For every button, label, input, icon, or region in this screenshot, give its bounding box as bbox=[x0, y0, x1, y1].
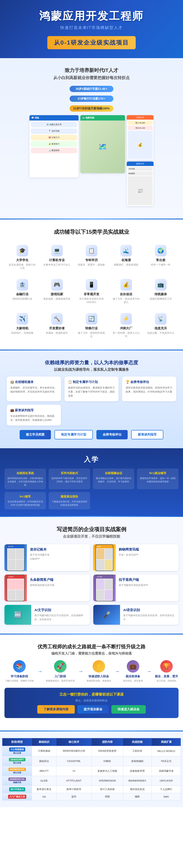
teacher-heading2: 以就业实战为课程导向，落实私人定制专属服务 bbox=[7, 367, 176, 372]
category-item-11: ✈️ 大龄转机 30岁转行，没有经验 bbox=[7, 310, 38, 341]
cta-btn-1[interactable]: 了解更多课程内容 bbox=[37, 705, 75, 714]
curriculum-cell-2-1: 基础语法 bbox=[32, 756, 56, 766]
curriculum-row-label-6: 入门广就业工具 bbox=[2, 793, 32, 800]
growth-step-1: 📚 学习准备阶段 了解行业现状，明确学习目标 bbox=[5, 660, 34, 682]
tag-design: 设计开发合力 bbox=[9, 787, 25, 792]
enrollment-section: 入学 在线招生系统 提供系统的招生流程，从咨询到报名全程服务，为学员提供便捷的入… bbox=[0, 448, 183, 516]
teacher-card-title-2: 📋 制定专属学习计划 bbox=[68, 380, 115, 384]
curriculum-row-1: 小心初级路线初心出发 计算机基础 WINDOWS操作介绍 IDEA的安装使用 工… bbox=[2, 746, 181, 756]
inner-cta-text1: 立志一顿打捞你的，是哪着前述以下课谋 bbox=[9, 692, 174, 697]
enrollment-item-6: 随意就业报告 了解就业市场行情，为学员提供及时的就业信息和报告 bbox=[49, 492, 90, 509]
category-item-6: 🏦 金融行业 想转到互联网行业 bbox=[7, 276, 38, 307]
growth-icon-3: ⚡ bbox=[93, 660, 105, 673]
hero-banner-text: 从0-1研发企业级实战项目 bbox=[54, 39, 129, 46]
project-desc-1: 基于华为鸿蒙开发记账APP bbox=[30, 553, 86, 561]
curriculum-cell-3-5: 高级鸿蒙开发 bbox=[152, 766, 181, 776]
curriculum-row-3: HARMONYOS初心出发 ABILITY UI 多媒体与人工智能 设备能效管理… bbox=[2, 766, 181, 776]
hero-subtitle: 快速打造未来IT市场稀缺型人才 bbox=[4, 25, 179, 30]
category-name-7: 游戏玩家 bbox=[43, 292, 71, 296]
salary-tag-2: 27岁银行行业薪17K+ bbox=[70, 96, 113, 102]
cta-btn-2[interactable]: 提升涨加薪金 bbox=[77, 705, 109, 714]
project-card-1: 迷你记账 迷你记账本 基于华为鸿蒙开发记账APP bbox=[4, 544, 90, 571]
categories-section: 成功辅导以下15类学员实战就业 🎓 大学学生 还没走进职场、想找个好工作 💻 计… bbox=[0, 219, 183, 349]
curriculum-col-label: 阶段/类型 bbox=[2, 738, 32, 746]
curriculum-cell-3-3: 多媒体与人工智能 bbox=[92, 766, 123, 776]
category-name-9: 合伙创业 bbox=[112, 292, 140, 296]
growth-icon-2: 🚀 bbox=[54, 660, 67, 673]
btn-study-plan[interactable]: 制定专属学习计划 bbox=[54, 430, 93, 439]
btn-assessment[interactable]: 金牌考核评估 bbox=[97, 430, 128, 439]
curriculum-cell-6-5: WIKI bbox=[152, 793, 181, 800]
cta-btn-3[interactable]: 快速进入就业金 bbox=[111, 705, 146, 714]
curriculum-cell-2-4: 多线程编程 bbox=[123, 756, 152, 766]
teacher-section: 依赖雄厚的师资力量，以人为本的做事态度 以就业实战为课程导向，落实私人定制专属服… bbox=[0, 350, 183, 448]
screenshots-heading1: 致力于培养新时代IT人才 bbox=[7, 67, 176, 74]
project-name-6: AI语音识别 bbox=[123, 608, 176, 612]
category-item-4: 🌊 在海漂 摸爬滚打，想改变现状 bbox=[111, 242, 142, 273]
category-name-15: 信息充斥 bbox=[147, 327, 175, 331]
teacher-card-text-3: 测评试卷和技术面试模拟，阶段性评估学习效果，找到薄弱点，针对性的制定学习方案 bbox=[126, 386, 173, 394]
btn-establish-file[interactable]: 建立学员档案 bbox=[20, 430, 51, 439]
enrollment-item-3: 在线视频会议 通过视频会议系统，进行面对面的在线教学，互动性强，学习效果好 bbox=[93, 468, 134, 489]
teacher-card-title-3: 🏆 金牌考核评估 bbox=[126, 380, 173, 384]
category-desc-7: 喜欢游戏，想做游戏开发 bbox=[43, 297, 71, 301]
curriculum-cell-1-5: HELLO WORLD bbox=[152, 746, 181, 756]
enrollment-grid: 在线招生系统 提供系统的招生流程，从咨询到报名全程服务，为学员提供便捷的入学体验… bbox=[4, 468, 179, 509]
mockup-chat: 💬 消息 🗺️ 地图位置共享 📍 实时导航 🎯 任务打卡 💰 账单统计 📊 数据… bbox=[29, 115, 79, 178]
project-screen-4: 拉手逛商 bbox=[93, 575, 115, 601]
teacher-cards: 🏫 在校辅助服务 老师随时、灵活对接学员，举办各种活动，做好情绪管理，开启良好的… bbox=[7, 376, 176, 426]
curriculum-col-3: 进阶内容 bbox=[92, 738, 123, 746]
project-card-3: 头条新闻 头条新闻客户端 新闻阅读的新玩意升级 bbox=[4, 575, 90, 601]
category-item-9: 💰 合伙创业 做了几年，想从技术方向进入 bbox=[111, 276, 142, 307]
enrollment-item-5: N+1辅导 专业导师全程陪伴，针对性解决学员在学习过程中遇到的各种问题 bbox=[4, 492, 46, 509]
category-item-1: 🎓 大学学生 还没走进职场、想找个好工作 bbox=[7, 242, 38, 273]
project-desc-2: 开发一款资讯APP bbox=[119, 553, 176, 557]
project-info-1: 迷你记账本 基于华为鸿蒙开发记账APP bbox=[27, 544, 90, 571]
hero-banner: 从0-1研发企业级实战项目 bbox=[47, 36, 136, 49]
category-desc-5: 经常一个城市一年 bbox=[147, 263, 175, 267]
category-icon-7: 🎮 bbox=[51, 279, 63, 290]
project-desc-6: 基于鸿蒙AI语音识别技术的应用，实时语音转文字 bbox=[123, 614, 176, 621]
curriculum-row-6: 入门广就业工具 GIt 监控 填报 编辑 WIKI bbox=[2, 793, 181, 800]
project-info-3: 头条新闻客户端 新闻阅读的新玩意升级 bbox=[27, 575, 90, 601]
curriculum-row-label-1: 小心初级路线初心出发 bbox=[2, 746, 32, 756]
teacher-card-title-4: 💼 薪资谈判指导 bbox=[10, 408, 57, 412]
category-icon-9: 💰 bbox=[120, 279, 132, 290]
growth-heading1: 优秀工程师的成长之路就是一条不断打怪升级之路 bbox=[4, 644, 179, 650]
project-card-4: 拉手逛商 拉手逛商户端 基于鸿蒙操作系统的逛APP bbox=[93, 575, 179, 601]
category-item-8: 📱 非常规开发 非计算机专业转行开发OHOS/C bbox=[76, 276, 107, 307]
curriculum-cell-4-4: BANNERINDEX bbox=[123, 776, 152, 785]
enrollment-item-1: 在线招生系统 提供系统的招生流程，从咨询到报名全程服务，为学员提供便捷的入学体验 bbox=[4, 468, 46, 489]
category-item-12: 🔨 开发爱好者 有基础，想进阶提升 bbox=[41, 310, 72, 341]
curriculum-cell-2-2: CSS3/HTML bbox=[56, 756, 92, 766]
category-item-3: 📋 专科学历 想提升，想晋升，想加薪 bbox=[76, 242, 107, 273]
project-screen-6: 🎤 bbox=[93, 605, 120, 624]
tag-harmonyos-advanced: HARMONYOS bbox=[8, 778, 26, 781]
projects-heading2: 企业级项目开发，不仅仅学编程技能 bbox=[4, 534, 179, 539]
project-card-6: 🎤 AI语音识别 基于鸿蒙AI语音识别技术的应用，实时语音转文字 bbox=[93, 605, 179, 624]
category-desc-13: 做了几年，想转到开发岗位 bbox=[78, 331, 105, 338]
category-name-12: 开发爱好者 bbox=[43, 327, 71, 331]
teacher-card-3: 🏆 金牌考核评估 测评试卷和技术面试模拟，阶段性评估学习效果，找到薄弱点，针对性… bbox=[122, 376, 176, 401]
curriculum-table: 阶段/类型 基础知识 核心技术 进阶内容 实战技能 高级扩展 小心初级路线初心出… bbox=[2, 738, 181, 801]
enrollment-item-title-2: 买学内容款式 bbox=[51, 471, 87, 475]
project-name-2: 购物网资讯端 bbox=[119, 548, 176, 552]
category-desc-15: 信息过载，不知道学什么 bbox=[147, 331, 175, 335]
project-name-5: AI文字识别 bbox=[34, 608, 86, 612]
category-icon-1: 🎓 bbox=[17, 245, 28, 256]
mockup-map: 🗺️ 地图导航 🗺️ bbox=[80, 115, 125, 173]
enrollment-item-text-4: 根据就业市场需求，提供一对一的职业规划和就业辅导服务 bbox=[140, 476, 176, 483]
curriculum-cell-3-1: ABILITY bbox=[32, 766, 56, 776]
hero-section: 鸿蒙应用开发工程师 快速打造未来IT市场稀缺型人才 从0-1研发企业级实战项目 bbox=[0, 0, 183, 58]
curriculum-cell-5-5: 个人品牌打 bbox=[152, 785, 181, 793]
enrollment-item-2: 买学内容款式 提供多种学习模式选择，灵活安排学习时间，满足不同学员需求 bbox=[49, 468, 90, 489]
category-item-5: 🌍 常出差 经常一个城市一年 bbox=[145, 242, 176, 273]
project-card-2: 购物网 购物网资讯端 开发一款资讯APP bbox=[93, 544, 179, 571]
curriculum-col-4: 实战技能 bbox=[123, 738, 152, 746]
project-name-3: 头条新闻客户端 bbox=[30, 578, 86, 582]
enrollment-item-title-1: 在线招生系统 bbox=[7, 471, 43, 475]
curriculum-section: 阶段/类型 基础知识 核心技术 进阶内容 实战技能 高级扩展 小心初级路线初心出… bbox=[0, 732, 183, 807]
btn-salary-guide[interactable]: 薪资谈判指导 bbox=[131, 430, 163, 439]
growth-title-4: 就业前准备 bbox=[123, 674, 143, 678]
category-name-11: 大龄转机 bbox=[8, 327, 36, 331]
